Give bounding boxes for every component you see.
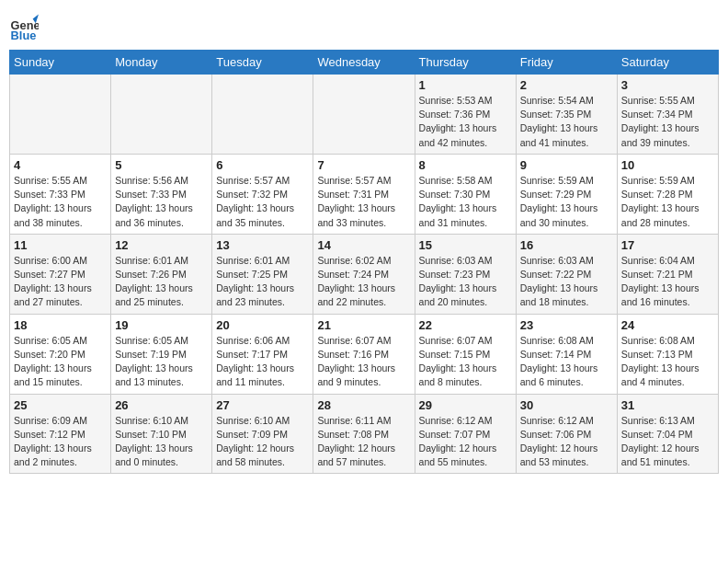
day-detail: Sunrise: 6:05 AM Sunset: 7:19 PM Dayligh… bbox=[115, 334, 208, 390]
weekday-header-tuesday: Tuesday bbox=[212, 51, 313, 75]
day-number: 31 bbox=[621, 398, 714, 412]
day-number: 10 bbox=[621, 158, 714, 172]
day-detail: Sunrise: 6:03 AM Sunset: 7:23 PM Dayligh… bbox=[419, 254, 512, 310]
day-cell: 14Sunrise: 6:02 AM Sunset: 7:24 PM Dayli… bbox=[313, 234, 415, 314]
day-cell: 31Sunrise: 6:13 AM Sunset: 7:04 PM Dayli… bbox=[617, 394, 718, 474]
weekday-header-wednesday: Wednesday bbox=[313, 51, 415, 75]
day-cell: 18Sunrise: 6:05 AM Sunset: 7:20 PM Dayli… bbox=[10, 314, 111, 394]
day-cell: 16Sunrise: 6:03 AM Sunset: 7:22 PM Dayli… bbox=[516, 234, 617, 314]
day-cell: 11Sunrise: 6:00 AM Sunset: 7:27 PM Dayli… bbox=[10, 234, 111, 314]
day-cell: 1Sunrise: 5:53 AM Sunset: 7:36 PM Daylig… bbox=[415, 75, 516, 155]
day-number: 6 bbox=[216, 158, 309, 172]
day-detail: Sunrise: 5:59 AM Sunset: 7:29 PM Dayligh… bbox=[520, 174, 613, 230]
day-detail: Sunrise: 5:57 AM Sunset: 7:32 PM Dayligh… bbox=[216, 174, 309, 230]
day-number: 14 bbox=[317, 238, 410, 252]
day-number: 22 bbox=[419, 318, 512, 332]
day-number: 4 bbox=[14, 158, 107, 172]
day-detail: Sunrise: 6:10 AM Sunset: 7:09 PM Dayligh… bbox=[216, 414, 309, 470]
day-detail: Sunrise: 6:09 AM Sunset: 7:12 PM Dayligh… bbox=[14, 414, 107, 470]
day-number: 27 bbox=[216, 398, 309, 412]
day-detail: Sunrise: 5:59 AM Sunset: 7:28 PM Dayligh… bbox=[621, 174, 714, 230]
day-detail: Sunrise: 6:13 AM Sunset: 7:04 PM Dayligh… bbox=[621, 414, 714, 470]
day-cell: 25Sunrise: 6:09 AM Sunset: 7:12 PM Dayli… bbox=[10, 394, 111, 474]
day-cell: 19Sunrise: 6:05 AM Sunset: 7:19 PM Dayli… bbox=[111, 314, 212, 394]
day-number: 24 bbox=[621, 318, 714, 332]
week-row-5: 25Sunrise: 6:09 AM Sunset: 7:12 PM Dayli… bbox=[10, 394, 719, 474]
day-cell: 3Sunrise: 5:55 AM Sunset: 7:34 PM Daylig… bbox=[617, 75, 718, 155]
day-detail: Sunrise: 6:03 AM Sunset: 7:22 PM Dayligh… bbox=[520, 254, 613, 310]
day-cell: 17Sunrise: 6:04 AM Sunset: 7:21 PM Dayli… bbox=[617, 234, 718, 314]
day-detail: Sunrise: 6:12 AM Sunset: 7:07 PM Dayligh… bbox=[419, 414, 512, 470]
day-cell: 4Sunrise: 5:55 AM Sunset: 7:33 PM Daylig… bbox=[10, 154, 111, 234]
day-cell: 10Sunrise: 5:59 AM Sunset: 7:28 PM Dayli… bbox=[617, 154, 718, 234]
day-cell bbox=[111, 75, 212, 155]
day-detail: Sunrise: 5:53 AM Sunset: 7:36 PM Dayligh… bbox=[419, 94, 512, 150]
day-detail: Sunrise: 6:01 AM Sunset: 7:25 PM Dayligh… bbox=[216, 254, 309, 310]
day-cell: 28Sunrise: 6:11 AM Sunset: 7:08 PM Dayli… bbox=[313, 394, 415, 474]
day-detail: Sunrise: 6:11 AM Sunset: 7:08 PM Dayligh… bbox=[317, 414, 410, 470]
day-cell bbox=[313, 75, 415, 155]
day-cell: 20Sunrise: 6:06 AM Sunset: 7:17 PM Dayli… bbox=[212, 314, 313, 394]
day-detail: Sunrise: 6:06 AM Sunset: 7:17 PM Dayligh… bbox=[216, 334, 309, 390]
day-detail: Sunrise: 5:58 AM Sunset: 7:30 PM Dayligh… bbox=[419, 174, 512, 230]
weekday-header-row: SundayMondayTuesdayWednesdayThursdayFrid… bbox=[10, 51, 719, 75]
day-cell: 27Sunrise: 6:10 AM Sunset: 7:09 PM Dayli… bbox=[212, 394, 313, 474]
day-detail: Sunrise: 6:08 AM Sunset: 7:13 PM Dayligh… bbox=[621, 334, 714, 390]
week-row-1: 1Sunrise: 5:53 AM Sunset: 7:36 PM Daylig… bbox=[10, 75, 719, 155]
day-cell bbox=[10, 75, 111, 155]
day-number: 30 bbox=[520, 398, 613, 412]
day-cell: 21Sunrise: 6:07 AM Sunset: 7:16 PM Dayli… bbox=[313, 314, 415, 394]
day-number: 26 bbox=[115, 398, 208, 412]
day-cell: 13Sunrise: 6:01 AM Sunset: 7:25 PM Dayli… bbox=[212, 234, 313, 314]
day-number: 13 bbox=[216, 238, 309, 252]
day-detail: Sunrise: 5:57 AM Sunset: 7:31 PM Dayligh… bbox=[317, 174, 410, 230]
day-cell: 9Sunrise: 5:59 AM Sunset: 7:29 PM Daylig… bbox=[516, 154, 617, 234]
day-number: 20 bbox=[216, 318, 309, 332]
day-cell bbox=[212, 75, 313, 155]
day-detail: Sunrise: 6:10 AM Sunset: 7:10 PM Dayligh… bbox=[115, 414, 208, 470]
day-detail: Sunrise: 6:02 AM Sunset: 7:24 PM Dayligh… bbox=[317, 254, 410, 310]
day-number: 8 bbox=[419, 158, 512, 172]
day-number: 2 bbox=[520, 78, 613, 92]
day-cell: 15Sunrise: 6:03 AM Sunset: 7:23 PM Dayli… bbox=[415, 234, 516, 314]
day-number: 29 bbox=[419, 398, 512, 412]
day-cell: 12Sunrise: 6:01 AM Sunset: 7:26 PM Dayli… bbox=[111, 234, 212, 314]
day-detail: Sunrise: 5:56 AM Sunset: 7:33 PM Dayligh… bbox=[115, 174, 208, 230]
day-detail: Sunrise: 6:08 AM Sunset: 7:14 PM Dayligh… bbox=[520, 334, 613, 390]
day-number: 28 bbox=[317, 398, 410, 412]
day-cell: 29Sunrise: 6:12 AM Sunset: 7:07 PM Dayli… bbox=[415, 394, 516, 474]
day-number: 18 bbox=[14, 318, 107, 332]
day-cell: 6Sunrise: 5:57 AM Sunset: 7:32 PM Daylig… bbox=[212, 154, 313, 234]
day-number: 15 bbox=[419, 238, 512, 252]
day-number: 17 bbox=[621, 238, 714, 252]
day-cell: 7Sunrise: 5:57 AM Sunset: 7:31 PM Daylig… bbox=[313, 154, 415, 234]
weekday-header-friday: Friday bbox=[516, 51, 617, 75]
svg-text:Blue: Blue bbox=[11, 29, 37, 42]
week-row-4: 18Sunrise: 6:05 AM Sunset: 7:20 PM Dayli… bbox=[10, 314, 719, 394]
day-detail: Sunrise: 6:12 AM Sunset: 7:06 PM Dayligh… bbox=[520, 414, 613, 470]
day-detail: Sunrise: 5:55 AM Sunset: 7:34 PM Dayligh… bbox=[621, 94, 714, 150]
day-number: 21 bbox=[317, 318, 410, 332]
day-number: 23 bbox=[520, 318, 613, 332]
day-number: 7 bbox=[317, 158, 410, 172]
day-cell: 24Sunrise: 6:08 AM Sunset: 7:13 PM Dayli… bbox=[617, 314, 718, 394]
weekday-header-monday: Monday bbox=[111, 51, 212, 75]
day-detail: Sunrise: 6:05 AM Sunset: 7:20 PM Dayligh… bbox=[14, 334, 107, 390]
day-cell: 8Sunrise: 5:58 AM Sunset: 7:30 PM Daylig… bbox=[415, 154, 516, 234]
day-cell: 30Sunrise: 6:12 AM Sunset: 7:06 PM Dayli… bbox=[516, 394, 617, 474]
calendar-table: SundayMondayTuesdayWednesdayThursdayFrid… bbox=[9, 50, 719, 474]
page-header: General Blue bbox=[9, 9, 719, 42]
logo: General Blue bbox=[9, 13, 42, 42]
weekday-header-saturday: Saturday bbox=[617, 51, 718, 75]
day-cell: 23Sunrise: 6:08 AM Sunset: 7:14 PM Dayli… bbox=[516, 314, 617, 394]
day-number: 3 bbox=[621, 78, 714, 92]
day-cell: 2Sunrise: 5:54 AM Sunset: 7:35 PM Daylig… bbox=[516, 75, 617, 155]
day-cell: 22Sunrise: 6:07 AM Sunset: 7:15 PM Dayli… bbox=[415, 314, 516, 394]
week-row-2: 4Sunrise: 5:55 AM Sunset: 7:33 PM Daylig… bbox=[10, 154, 719, 234]
day-number: 25 bbox=[14, 398, 107, 412]
day-detail: Sunrise: 5:55 AM Sunset: 7:33 PM Dayligh… bbox=[14, 174, 107, 230]
day-number: 1 bbox=[419, 78, 512, 92]
day-number: 12 bbox=[115, 238, 208, 252]
day-detail: Sunrise: 6:07 AM Sunset: 7:16 PM Dayligh… bbox=[317, 334, 410, 390]
day-cell: 5Sunrise: 5:56 AM Sunset: 7:33 PM Daylig… bbox=[111, 154, 212, 234]
